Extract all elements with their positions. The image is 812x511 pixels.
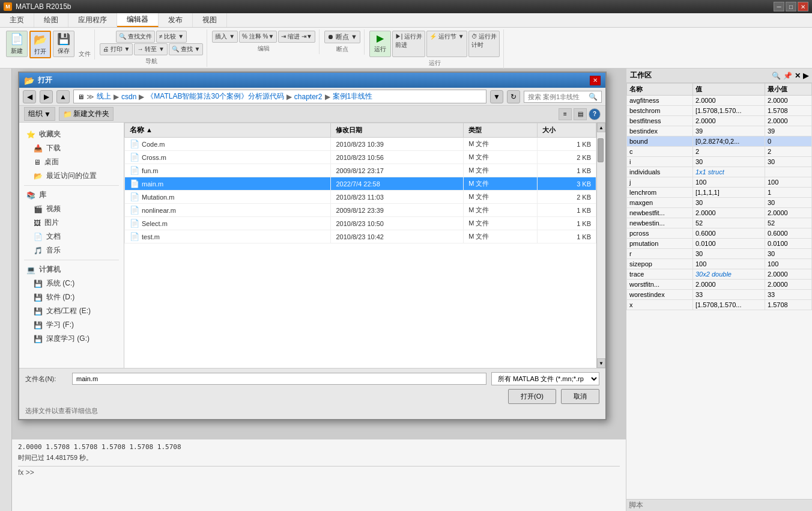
col-date-header[interactable]: 修改日期	[331, 123, 464, 138]
sidebar-item-desktop[interactable]: 🖥 桌面	[19, 155, 124, 169]
menu-tab-home[interactable]: 主页	[0, 13, 34, 27]
workspace-row[interactable]: j 100 100	[627, 177, 812, 188]
nav-forward-button[interactable]: ▶	[40, 90, 53, 103]
sidebar-item-docs[interactable]: 📄 文档	[19, 230, 124, 243]
organize-button[interactable]: 组织 ▼	[24, 107, 55, 121]
workspace-row[interactable]: maxgen 30 30	[627, 198, 812, 208]
workspace-close-icon[interactable]: ✕	[795, 72, 801, 80]
path-seg-1[interactable]: csdn	[121, 93, 136, 101]
sidebar-item-download[interactable]: 📥 下载	[19, 141, 124, 155]
workspace-expand-icon[interactable]: ▶	[803, 72, 808, 80]
open-button[interactable]: 📂 打开	[29, 31, 51, 58]
breakpoint-button[interactable]: ⏺ 断点 ▼	[324, 31, 360, 43]
workspace-row[interactable]: trace 30x2 double 2.0000	[627, 269, 812, 280]
workspace-row[interactable]: lenchrom [1,1,1,1] 1	[627, 188, 812, 198]
help-button[interactable]: ?	[589, 108, 601, 120]
run-button[interactable]: ▶ 运行	[369, 31, 391, 57]
run-time-button[interactable]: ⏱ 运行并计时	[468, 31, 500, 57]
file-row[interactable]: 📄test.m 2010/8/23 10:42 M 文件 1 KB	[125, 230, 596, 243]
filename-input[interactable]	[72, 373, 486, 385]
menu-tab-view[interactable]: 视图	[193, 13, 227, 27]
path-seg-2[interactable]: 《MATLAB智能算法30个案例》分析源代码	[147, 91, 283, 102]
sidebar-item-recent[interactable]: 📂 最近访问的位置	[19, 169, 124, 183]
path-seg-3[interactable]: chapter2	[294, 93, 323, 101]
file-row[interactable]: 📄fun.m 2009/8/12 23:17 M 文件 1 KB	[125, 164, 596, 177]
open-file-button[interactable]: 打开(O)	[508, 389, 556, 404]
scroll-down-arrow[interactable]: ▼	[597, 358, 605, 368]
save-button[interactable]: 💾 保存	[53, 31, 74, 57]
path-seg-4[interactable]: 案例1非线性	[333, 91, 373, 102]
file-row[interactable]: 📄nonlinear.m 2009/8/12 23:39 M 文件 1 KB	[125, 204, 596, 217]
view-details-button[interactable]: ▤	[574, 108, 587, 120]
path-refresh-button[interactable]: ↻	[507, 90, 520, 103]
menu-tab-publish[interactable]: 发布	[159, 13, 193, 27]
sidebar-item-g[interactable]: 💾 深度学习 (G:)	[19, 332, 124, 346]
compare-button[interactable]: ≠ 比较 ▼	[156, 31, 187, 43]
goto-button[interactable]: → 转至 ▼	[134, 43, 167, 55]
workspace-row[interactable]: newbestfit... 2.0000 2.0000	[627, 208, 812, 218]
ws-col-name[interactable]: 名称	[627, 84, 693, 96]
col-type-header[interactable]: 类型	[464, 123, 538, 138]
ws-col-min[interactable]: 最小值	[765, 84, 812, 96]
path-seg-0[interactable]: 线上	[97, 91, 111, 102]
file-row[interactable]: 📄Mutation.m 2010/8/23 11:03 M 文件 2 KB	[125, 191, 596, 204]
new-folder-button[interactable]: 📁 新建文件夹	[59, 107, 114, 121]
comment-button[interactable]: % 注释 %▼	[239, 31, 277, 43]
workspace-row[interactable]: bestindex 39 39	[627, 126, 812, 136]
file-row[interactable]: 📄Code.m 2010/8/23 10:39 M 文件 1 KB	[125, 138, 596, 151]
workspace-row[interactable]: bound [0,2.8274;0,2... 0	[627, 136, 812, 147]
file-row[interactable]: 📄main.m 2022/7/4 22:58 M 文件 3 KB	[125, 177, 596, 191]
menu-tab-editor[interactable]: 编辑器	[117, 13, 159, 27]
dialog-scrollbar[interactable]: ▲ ▼	[596, 123, 605, 368]
print-button[interactable]: 🖨 打印 ▼	[100, 43, 133, 55]
menu-tab-plot[interactable]: 绘图	[34, 13, 68, 27]
ws-col-value[interactable]: 值	[693, 84, 765, 96]
sidebar-item-f[interactable]: 💾 学习 (F:)	[19, 318, 124, 332]
workspace-row[interactable]: avgfitness 2.0000 2.0000	[627, 96, 812, 106]
sidebar-item-video[interactable]: 🎬 视频	[19, 202, 124, 216]
scroll-up-arrow[interactable]: ▲	[597, 123, 605, 132]
workspace-row[interactable]: pmutation 0.0100 0.0100	[627, 239, 812, 249]
sidebar-item-c[interactable]: 💾 系统 (C:)	[19, 277, 124, 290]
search-box[interactable]: 🔍	[524, 91, 602, 103]
workspace-pin-icon[interactable]: 📌	[783, 72, 792, 80]
indent-button[interactable]: ⇥ 缩进 ⇥▼	[278, 31, 315, 43]
workspace-row[interactable]: r 30 30	[627, 249, 812, 259]
run-advance-button[interactable]: ▶| 运行并前进	[392, 31, 425, 57]
file-row[interactable]: 📄Cross.m 2010/8/23 10:56 M 文件 2 KB	[125, 151, 596, 164]
menu-tab-apps[interactable]: 应用程序	[68, 13, 117, 27]
workspace-search-icon[interactable]: 🔍	[772, 72, 781, 80]
sidebar-item-music[interactable]: 🎵 音乐	[19, 243, 124, 257]
workspace-row[interactable]: worstfitn... 2.0000 2.0000	[627, 280, 812, 290]
insert-button[interactable]: 插入 ▼	[212, 31, 238, 43]
maximize-button[interactable]: □	[786, 2, 796, 11]
workspace-row[interactable]: bestchrom [1.5708,1.570... 1.5708	[627, 106, 812, 116]
sidebar-item-d[interactable]: 💾 软件 (D:)	[19, 290, 124, 304]
nav-back-button[interactable]: ◀	[23, 90, 36, 103]
workspace-row[interactable]: pcross 0.6000 0.6000	[627, 228, 812, 239]
sidebar-item-pictures[interactable]: 🖼 图片	[19, 216, 124, 230]
search-input[interactable]	[528, 93, 589, 100]
cancel-button[interactable]: 取消	[561, 389, 599, 404]
file-row[interactable]: 📄Select.m 2010/8/23 10:50 M 文件 1 KB	[125, 217, 596, 230]
close-button[interactable]: ✕	[798, 2, 808, 11]
view-list-button[interactable]: ≡	[559, 108, 572, 120]
filetype-dropdown[interactable]: 所有 MATLAB 文件 (*.mn;*.rp	[491, 372, 599, 385]
col-size-header[interactable]: 大小	[537, 123, 596, 138]
path-dropdown-button[interactable]: ▼	[490, 90, 503, 103]
dialog-close-button[interactable]: ✕	[590, 76, 601, 85]
col-name-header[interactable]: 名称 ▲	[125, 123, 331, 138]
workspace-row[interactable]: i 30 30	[627, 157, 812, 167]
workspace-row[interactable]: individuals 1x1 struct	[627, 167, 812, 177]
workspace-row[interactable]: x [1.5708,1.570... 1.5708	[627, 300, 812, 310]
minimize-button[interactable]: ─	[774, 2, 784, 11]
workspace-row[interactable]: c 2 2	[627, 147, 812, 157]
run-section-button[interactable]: ⚡ 运行节 ▼	[426, 31, 467, 57]
workspace-row[interactable]: worestindex 33 33	[627, 290, 812, 300]
workspace-row[interactable]: sizepop 100 100	[627, 259, 812, 269]
workspace-row[interactable]: bestfitness 2.0000 2.0000	[627, 116, 812, 126]
new-button[interactable]: 📄 新建	[6, 31, 28, 57]
nav-up-button[interactable]: ▲	[56, 90, 70, 103]
find-button[interactable]: 🔍 查找 ▼	[169, 43, 203, 55]
find-files-button[interactable]: 🔍 查找文件	[116, 31, 155, 43]
